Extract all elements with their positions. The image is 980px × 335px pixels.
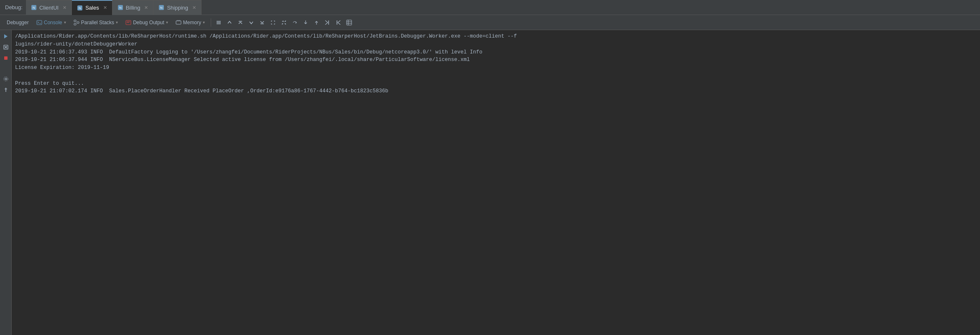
svg-rect-10 bbox=[74, 20, 76, 22]
rider-icon-sales: N bbox=[77, 5, 83, 11]
svg-point-38 bbox=[5, 78, 7, 80]
console-line: Press Enter to quit... bbox=[15, 80, 977, 88]
svg-rect-8 bbox=[37, 20, 42, 25]
debug-output-label: Debug Output bbox=[133, 20, 164, 25]
parallel-stacks-icon bbox=[74, 20, 79, 25]
scroll-up-icon bbox=[227, 20, 232, 25]
scroll-down-btn[interactable] bbox=[246, 18, 256, 28]
svg-text:N: N bbox=[79, 6, 81, 10]
sidebar-settings-btn[interactable] bbox=[1, 74, 10, 84]
run-back-btn[interactable] bbox=[333, 18, 343, 28]
parallel-stacks-dropdown-icon[interactable]: ▾ bbox=[116, 20, 118, 25]
debug-label: Debug: bbox=[2, 4, 26, 10]
run-back-icon bbox=[335, 20, 341, 25]
toolbar: Debugger Console ▾ Parallel Stacks ▾ Deb… bbox=[0, 15, 980, 30]
svg-marker-33 bbox=[4, 34, 8, 38]
expand-btn[interactable] bbox=[268, 18, 278, 28]
memory-label: Memory bbox=[183, 20, 201, 25]
console-area[interactable]: /Applications/Rider.app/Contents/lib/ReS… bbox=[12, 30, 980, 335]
scroll-up-btn[interactable] bbox=[225, 18, 235, 28]
menu-icon bbox=[216, 20, 222, 25]
delete-btn[interactable] bbox=[1, 43, 10, 52]
toolbar-separator-1 bbox=[211, 18, 211, 27]
svg-rect-37 bbox=[4, 56, 8, 60]
rider-icon-shipping: N bbox=[158, 5, 164, 10]
parallel-stacks-btn[interactable]: Parallel Stacks ▾ bbox=[70, 17, 121, 28]
main-layout: /Applications/Rider.app/Contents/lib/ReS… bbox=[0, 30, 980, 335]
console-line: 2019-10-21 21:06:37.944 INFO NServiceBus… bbox=[15, 56, 977, 64]
console-line: 2019-10-21 21:06:37.493 INFO DefaultFact… bbox=[15, 48, 977, 56]
collapse-btn[interactable] bbox=[279, 18, 289, 28]
console-dropdown-icon[interactable]: ▾ bbox=[64, 20, 66, 25]
tab-sales-label: Sales bbox=[85, 5, 99, 11]
svg-rect-16 bbox=[176, 21, 181, 24]
console-line bbox=[15, 72, 977, 80]
debug-output-icon bbox=[125, 20, 131, 25]
play-icon bbox=[3, 34, 8, 39]
console-icon bbox=[36, 20, 42, 25]
svg-point-39 bbox=[4, 77, 8, 81]
console-btn[interactable]: Console ▾ bbox=[33, 17, 69, 28]
pin-icon bbox=[3, 87, 8, 92]
svg-rect-12 bbox=[77, 22, 79, 23]
debugger-btn[interactable]: Debugger bbox=[3, 17, 32, 28]
step-into-icon bbox=[303, 20, 309, 25]
stop-btn[interactable] bbox=[1, 53, 10, 63]
run-to-cursor-icon bbox=[324, 20, 330, 25]
svg-text:N: N bbox=[119, 6, 122, 10]
tab-shipping-label: Shipping bbox=[167, 5, 188, 11]
pin-btn[interactable] bbox=[1, 85, 10, 94]
console-line: lugins/rider-unity/dotnetDebuggerWorker bbox=[15, 41, 977, 48]
rider-icon: N bbox=[31, 5, 37, 10]
stop-icon bbox=[3, 56, 8, 61]
rider-icon-billing: N bbox=[117, 5, 123, 10]
parallel-stacks-label: Parallel Stacks bbox=[81, 20, 114, 25]
tab-sales[interactable]: N Sales ✕ bbox=[72, 0, 112, 15]
step-out-btn[interactable] bbox=[311, 18, 322, 28]
tab-billing-label: Billing bbox=[126, 5, 140, 11]
settings-icon bbox=[3, 76, 8, 81]
scroll-down-icon bbox=[248, 20, 254, 25]
svg-rect-11 bbox=[74, 23, 76, 25]
run-to-cursor-btn[interactable] bbox=[322, 18, 332, 28]
debugger-label: Debugger bbox=[7, 20, 29, 25]
memory-icon bbox=[176, 20, 181, 25]
tab-bar: Debug: N ClientUI ✕ N Sales ✕ N Billing … bbox=[0, 0, 980, 15]
svg-text:N: N bbox=[33, 6, 35, 10]
console-line: 2019-10-21 21:07:02.174 INFO Sales.Place… bbox=[15, 87, 977, 95]
svg-rect-29 bbox=[347, 20, 352, 25]
menu-icon-btn[interactable] bbox=[214, 18, 224, 28]
step-over-icon bbox=[292, 20, 298, 25]
left-sidebar bbox=[0, 30, 12, 335]
scroll-up2-icon bbox=[237, 20, 243, 25]
delete-icon bbox=[3, 45, 8, 50]
tab-sales-close[interactable]: ✕ bbox=[103, 5, 107, 10]
step-out-icon bbox=[314, 20, 319, 25]
tab-shipping[interactable]: N Shipping ✕ bbox=[153, 0, 202, 15]
step-over-btn[interactable] bbox=[290, 18, 300, 28]
tab-billing-close[interactable]: ✕ bbox=[144, 5, 148, 10]
tab-shipping-close[interactable]: ✕ bbox=[192, 5, 196, 10]
step-into-btn[interactable] bbox=[301, 18, 311, 28]
console-line: License Expiration: 2019-11-19 bbox=[15, 64, 977, 72]
scroll-down2-icon bbox=[259, 20, 265, 25]
console-label: Console bbox=[44, 20, 62, 25]
memory-dropdown-icon[interactable]: ▾ bbox=[203, 20, 205, 25]
tab-billing[interactable]: N Billing ✕ bbox=[112, 0, 154, 15]
tab-clientui-close[interactable]: ✕ bbox=[63, 5, 66, 10]
play-btn[interactable] bbox=[1, 32, 10, 41]
debug-output-btn[interactable]: Debug Output ▾ bbox=[122, 17, 171, 28]
memory-btn[interactable]: Memory ▾ bbox=[172, 17, 208, 28]
tab-clientui-label: ClientUI bbox=[39, 5, 59, 11]
scroll-down2-btn[interactable] bbox=[257, 18, 267, 28]
expand-icon bbox=[270, 20, 276, 25]
table-btn[interactable] bbox=[344, 18, 354, 28]
table-icon bbox=[346, 20, 352, 25]
console-line: /Applications/Rider.app/Contents/lib/ReS… bbox=[15, 33, 977, 41]
collapse-icon bbox=[281, 20, 287, 25]
svg-text:N: N bbox=[161, 6, 163, 10]
tab-clientui[interactable]: N ClientUI ✕ bbox=[26, 0, 72, 15]
debug-output-dropdown-icon[interactable]: ▾ bbox=[166, 20, 168, 25]
scroll-up2-btn[interactable] bbox=[235, 18, 245, 28]
